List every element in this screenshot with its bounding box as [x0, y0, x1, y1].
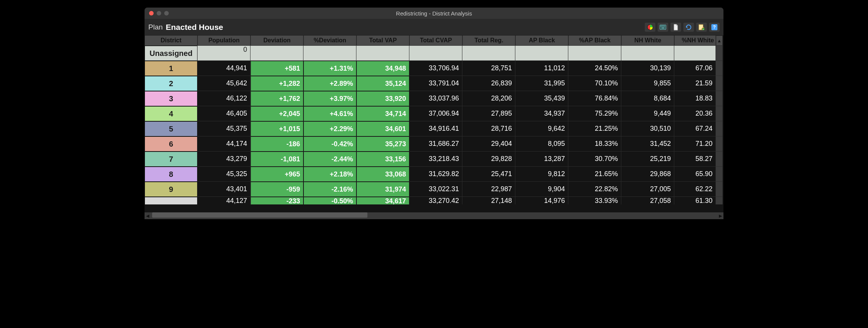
scrollbar-thumb[interactable] — [152, 212, 367, 218]
column-headers: District Population Deviation %Deviation… — [145, 36, 723, 46]
cell-nh_white: 9,449 — [621, 106, 674, 121]
window-title: Redistricting - District Analysis — [396, 10, 472, 17]
horizontal-scrollbar[interactable]: ◀ ▶ — [145, 212, 723, 219]
table-row[interactable]: 943,401-959-2.16%31,97433,022.3122,9879,… — [145, 182, 723, 197]
cell-total_reg: 22,987 — [462, 182, 515, 197]
cell-pct_deviation: -0.42% — [303, 136, 356, 152]
district-cell[interactable] — [145, 197, 198, 204]
cell-ap_black: 13,287 — [515, 152, 568, 167]
cell-pct_nh_white: 67.06 — [674, 61, 716, 76]
table-row[interactable]: 743,279-1,081-2.44%33,15633,218.4329,828… — [145, 152, 723, 167]
table-row[interactable]: 44,127-233-0.50%34,61733,270.4227,14814,… — [145, 197, 723, 204]
vscroll-track-cell[interactable] — [716, 136, 723, 152]
svg-rect-2 — [661, 26, 661, 26]
cell-ap_black: 34,937 — [515, 106, 568, 121]
district-cell[interactable]: 2 — [145, 76, 198, 91]
keyboard-icon[interactable] — [658, 23, 668, 32]
vscroll-track-cell[interactable] — [716, 106, 723, 121]
document-icon[interactable] — [670, 23, 681, 32]
table-row[interactable]: 446,405+2,045+4.61%34,71437,006.9427,895… — [145, 106, 723, 121]
cell-ap_black: 14,976 — [515, 197, 568, 204]
cell-pct_ap_black: 75.29% — [568, 106, 621, 121]
table-row[interactable]: 144,941+581+1.31%34,94833,706.9428,75111… — [145, 61, 723, 76]
header-total-reg[interactable]: Total Reg. — [462, 36, 515, 46]
cell-empty — [515, 46, 568, 61]
header-ap-black[interactable]: AP Black — [515, 36, 568, 46]
cell-pct_ap_black: 33.93% — [568, 197, 621, 204]
minimize-window-button[interactable] — [157, 11, 161, 15]
svg-text:?: ? — [713, 25, 716, 30]
table-row[interactable]: 245,642+1,282+2.89%35,12433,791.0426,839… — [145, 76, 723, 91]
district-cell[interactable]: 6 — [145, 136, 198, 152]
pie-chart-icon[interactable] — [645, 23, 655, 32]
cell-ap_black: 9,812 — [515, 167, 568, 182]
cell-pct_ap_black: 18.33% — [568, 136, 621, 152]
cell-deviation: +965 — [250, 167, 303, 182]
vscroll-track-cell[interactable] — [716, 167, 723, 182]
cell-pct_ap_black: 70.10% — [568, 76, 621, 91]
cell-pct_nh_white: 61.30 — [674, 197, 716, 204]
cell-total_vap: 31,974 — [356, 182, 409, 197]
close-window-button[interactable] — [149, 11, 154, 15]
header-total-cvap[interactable]: Total CVAP — [409, 36, 462, 46]
header-pct-ap-black[interactable]: %AP Black — [568, 36, 621, 46]
svg-rect-3 — [662, 26, 663, 26]
vscroll-track-cell[interactable] — [716, 61, 723, 76]
cell-pct_nh_white: 20.36 — [674, 106, 716, 121]
cell-pct_deviation: +2.89% — [303, 76, 356, 91]
district-cell[interactable]: 1 — [145, 61, 198, 76]
table-row[interactable]: 845,325+965+2.18%33,06831,629.8225,4719,… — [145, 167, 723, 182]
cell-total_reg: 28,206 — [462, 91, 515, 106]
cell-total_vap: 34,948 — [356, 61, 409, 76]
vscroll-track-cell[interactable] — [716, 46, 723, 61]
district-cell[interactable]: 9 — [145, 182, 198, 197]
cell-nh_white: 25,219 — [621, 152, 674, 167]
header-total-vap[interactable]: Total VAP — [356, 36, 409, 46]
scroll-left-button[interactable]: ◀ — [145, 212, 151, 219]
district-cell[interactable]: 8 — [145, 167, 198, 182]
cell-ap_black: 31,995 — [515, 76, 568, 91]
cell-pct_nh_white: 62.22 — [674, 182, 716, 197]
cell-total_reg: 27,895 — [462, 106, 515, 121]
cell-pct_deviation: -2.44% — [303, 152, 356, 167]
vscroll-track-cell[interactable] — [716, 152, 723, 167]
cell-population: 45,642 — [198, 76, 250, 91]
district-cell[interactable]: 7 — [145, 152, 198, 167]
help-icon[interactable]: ? — [709, 23, 720, 32]
scrollbar-track[interactable] — [151, 212, 717, 219]
vscroll-track-cell[interactable] — [716, 76, 723, 91]
header-population[interactable]: Population — [198, 36, 250, 46]
cell-empty — [568, 46, 621, 61]
header-district[interactable]: District — [145, 36, 198, 46]
cell-ap_black: 8,095 — [515, 136, 568, 152]
cell-ap_black: 35,439 — [515, 91, 568, 106]
vscroll-track-cell[interactable] — [716, 197, 723, 204]
cell-pct_ap_black: 21.25% — [568, 121, 621, 136]
district-cell[interactable]: 3 — [145, 91, 198, 106]
cell-population: 46,122 — [198, 91, 250, 106]
cell-nh_white: 29,868 — [621, 167, 674, 182]
header-nh-white[interactable]: NH White — [621, 36, 674, 46]
cell-pct_ap_black: 24.50% — [568, 61, 621, 76]
header-deviation[interactable]: Deviation — [250, 36, 303, 46]
scroll-up-button[interactable]: ▲ — [716, 36, 723, 46]
cell-pct_deviation: +1.31% — [303, 61, 356, 76]
header-pct-deviation[interactable]: %Deviation — [303, 36, 356, 46]
cell-pct_deviation: +3.97% — [303, 91, 356, 106]
table-row[interactable]: 346,122+1,762+3.97%33,92033,037.9628,206… — [145, 91, 723, 106]
vscroll-track-cell[interactable] — [716, 121, 723, 136]
header-pct-nh-white[interactable]: %NH White — [674, 36, 716, 46]
district-cell[interactable]: 4 — [145, 106, 198, 121]
edit-icon[interactable]: + — [696, 23, 707, 32]
vscroll-track-cell[interactable] — [716, 182, 723, 197]
maximize-window-button[interactable] — [164, 11, 169, 15]
cell-population: 46,405 — [198, 106, 250, 121]
vscroll-track-cell[interactable] — [716, 91, 723, 106]
scroll-right-button[interactable]: ▶ — [717, 212, 723, 219]
refresh-icon[interactable] — [683, 23, 694, 32]
cell-pct_nh_white: 58.27 — [674, 152, 716, 167]
district-cell[interactable]: 5 — [145, 121, 198, 136]
table-row[interactable]: 545,375+1,015+2.29%34,60134,916.4128,716… — [145, 121, 723, 136]
unassigned-row[interactable]: Unassigned0 — [145, 46, 723, 61]
table-row[interactable]: 644,174-186-0.42%35,27331,686.2729,4048,… — [145, 136, 723, 152]
